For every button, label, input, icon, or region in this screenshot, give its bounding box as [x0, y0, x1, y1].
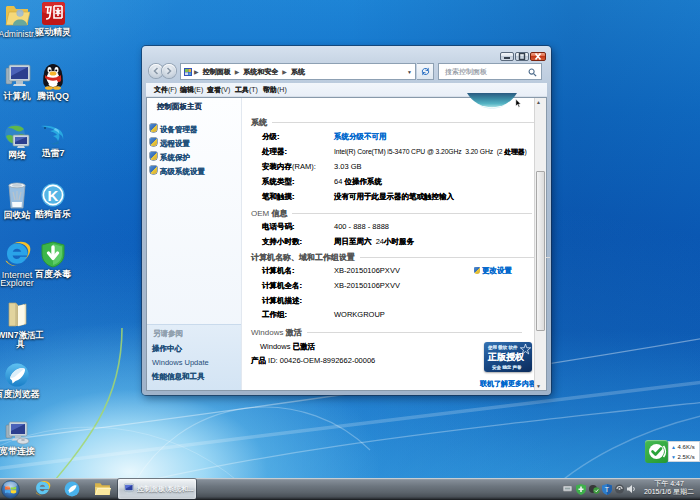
- svg-text:T: T: [605, 486, 610, 493]
- svg-text:K: K: [48, 187, 59, 204]
